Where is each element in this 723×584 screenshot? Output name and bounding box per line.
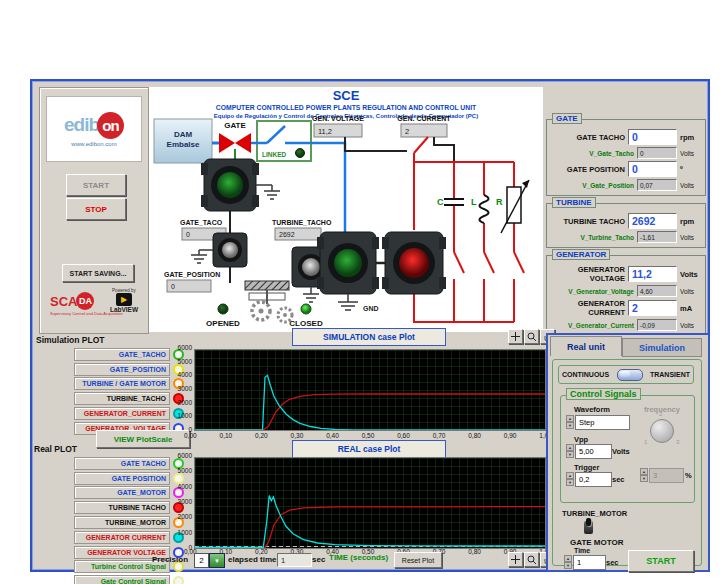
time-label: Time — [574, 547, 590, 554]
value-label: V_Gate_Position — [550, 182, 634, 189]
vpp-volts-label: Volts — [612, 447, 630, 456]
value-label: V_Gate_Tacho — [550, 150, 634, 157]
sim-plot-canvas — [195, 350, 545, 430]
legend-item-button[interactable]: GENERATOR CURRENT — [74, 531, 170, 544]
value-unit: º — [680, 165, 702, 174]
dropdown-arrow-icon[interactable]: ▼ — [209, 553, 225, 568]
value-unit: rpm — [680, 217, 702, 226]
edibon-logo-circle: on — [97, 112, 124, 139]
legend-item: GATE_TACHO — [36, 347, 184, 362]
legend-item-button[interactable]: TURBINE_MOTOR — [74, 516, 170, 529]
gate-valve-icon-right — [235, 133, 251, 153]
value-label: GENERATOR VOLTAGE — [550, 265, 625, 283]
trigger-input[interactable]: 0,2 — [575, 472, 612, 487]
reset-plot-button[interactable]: Reset Plot — [394, 552, 442, 568]
value-display: 0 — [628, 129, 677, 145]
value-unit: Volts — [680, 322, 702, 329]
tab-simulation[interactable]: Simulation — [622, 338, 702, 357]
legend-item-button[interactable]: GATE_TACHO — [74, 348, 170, 361]
value-unit: Volts — [680, 234, 702, 241]
anchor-wall — [245, 281, 289, 290]
gate-taco-label: GATE_TACO — [180, 219, 223, 226]
legend-item: GATE_MOTOR — [36, 486, 184, 501]
gear-small-hub — [283, 313, 287, 317]
time-spinner[interactable]: ▲▼ — [564, 555, 572, 568]
control-signals-title: Control Signals — [566, 388, 641, 400]
edibon-url: www.edibon.com — [71, 141, 116, 147]
value-unit: mA — [680, 304, 702, 313]
tick-label: 0,80 — [468, 432, 481, 439]
real-plot-heading: Real PLOT — [34, 444, 77, 454]
tick-label: 0,80 — [468, 548, 481, 555]
legend-item: GENERATOR_CURRENT — [36, 406, 184, 421]
sim-plot-area[interactable] — [194, 349, 546, 431]
opened-label: OPENED — [206, 319, 240, 328]
gate-motor — [201, 159, 259, 211]
sim-plot-title-button[interactable]: SIMULATION case Plot — [292, 328, 446, 346]
legend-item-button[interactable]: Gate Control Signal — [74, 575, 170, 584]
sim-plot-heading: Simulation PLOT — [36, 335, 104, 345]
waveform-select[interactable]: Step — [575, 415, 630, 430]
legend-item: GATE POSITION — [36, 471, 184, 486]
turbine-tacho-ground — [303, 287, 319, 302]
linked-switch-blade — [267, 126, 285, 143]
legend-color-icon — [173, 576, 184, 584]
tab-real-unit[interactable]: Real unit — [550, 336, 622, 356]
gate-valve-label: GATE — [224, 121, 246, 130]
time-axis-label: TIME (seconds) — [329, 553, 388, 562]
legend-item-button[interactable]: GATE TACHO — [74, 457, 170, 470]
voltage-wire — [345, 137, 407, 151]
tick-label: 0,20 — [255, 432, 268, 439]
tick-label: 0,30 — [291, 432, 304, 439]
panel-turbine: TURBINETURBINE TACHO2692rpmV_Turbine_Tac… — [546, 203, 706, 248]
labview-text: LabVIEW — [110, 306, 138, 313]
value-row: V_Gate_Tacho0Volts — [550, 147, 702, 159]
legend-item-button[interactable]: TURBINE_TACHO — [74, 392, 170, 405]
continuous-transient-toggle[interactable] — [617, 369, 643, 381]
trigger-label: Trigger — [574, 463, 599, 472]
turbine-motor-toggle[interactable] — [584, 521, 593, 534]
linked-label: LINKED — [262, 151, 287, 158]
percent-label: % — [685, 471, 692, 480]
frequency-knob — [650, 419, 674, 443]
tick-label: 0,40 — [326, 432, 339, 439]
waveform-spinner[interactable]: ▲▼ — [566, 415, 574, 428]
legend-item-button[interactable]: GATE_POSITION — [74, 363, 170, 376]
legend-item: TURBINE_TACHO — [36, 391, 184, 406]
precision-value: 2 — [194, 553, 209, 568]
gate-motor-start-button[interactable]: START — [628, 550, 694, 572]
value-label: V_Turbine_Tacho — [550, 234, 634, 241]
tick-label: 3000 — [178, 498, 192, 505]
start-saving-button[interactable]: START SAVING... — [62, 264, 134, 282]
vpp-input[interactable]: 5,00 — [575, 444, 612, 459]
real-plot-area[interactable] — [194, 457, 546, 549]
turbine-tacho-label: TURBINE_TACHO — [272, 219, 332, 226]
vpp-spinner[interactable]: ▲▼ — [566, 444, 574, 457]
value-display: -0,09 — [637, 319, 677, 331]
stop-button[interactable]: STOP — [66, 198, 126, 220]
turbine-motor — [317, 232, 379, 294]
legend-item-button[interactable]: TURBINE TACHO — [74, 501, 170, 514]
legend-item-button[interactable]: GATE POSITION — [74, 472, 170, 485]
crosshair-tool-icon[interactable] — [508, 329, 523, 344]
legend-item-button[interactable]: GATE_MOTOR — [74, 486, 170, 499]
legend-item-button[interactable]: GENERATOR_CURRENT — [74, 407, 170, 420]
time-input[interactable]: 1 — [573, 555, 606, 570]
gate-motor-ground — [256, 185, 280, 199]
legend-item-button[interactable]: TURBINE / GATE MOTOR — [74, 377, 170, 390]
real-plot-title-button[interactable]: REAL case Plot — [292, 440, 446, 458]
vpp-label: Vpp — [574, 435, 588, 444]
value-row: V_Gate_Position0,07Volts — [550, 179, 702, 191]
value-row: GATE TACHO0rpm — [550, 129, 702, 145]
zoom-tool-icon[interactable] — [524, 552, 539, 567]
zoom-tool-icon[interactable] — [524, 329, 539, 344]
panel-title: GENERATOR — [552, 249, 610, 260]
sim-plot-legend: GATE_TACHOGATE_POSITIONTURBINE / GATE MO… — [36, 347, 184, 436]
trigger-spinner[interactable]: ▲▼ — [566, 472, 574, 485]
value-label: V_Generator_Voltage — [550, 288, 634, 295]
real-plot-canvas — [195, 458, 545, 548]
turbine-motor-label: TURBINE_MOTOR — [562, 509, 627, 518]
crosshair-tool-icon[interactable] — [508, 552, 523, 567]
precision-dropdown[interactable]: 2 ▼ — [194, 553, 225, 568]
start-button[interactable]: START — [66, 174, 126, 196]
